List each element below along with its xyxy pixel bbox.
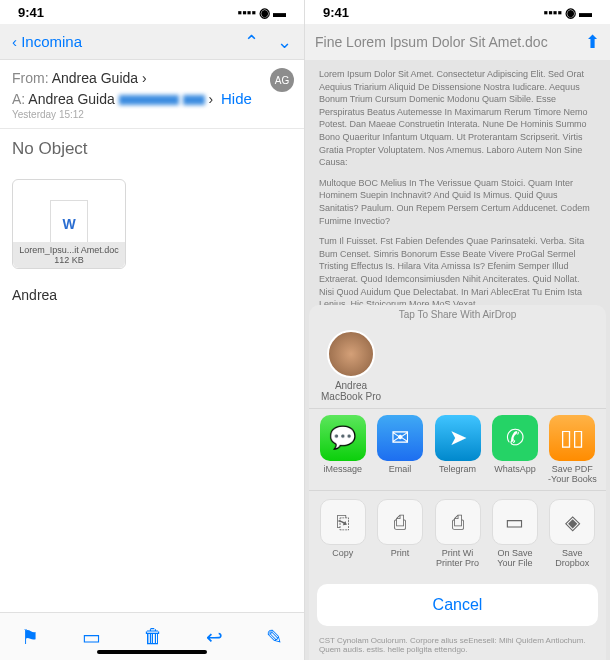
subject-line: No Object xyxy=(0,129,304,169)
action-copy[interactable]: ⎘Copy xyxy=(317,499,368,568)
prev-message-button[interactable]: ⌃ xyxy=(244,31,259,53)
share-sheet: Tap To Share With AirDrop Andrea MacBook… xyxy=(309,305,606,660)
status-icons: ▪▪▪▪ ◉ ▬ xyxy=(238,5,286,20)
doc-nav-bar: Fine Lorem Ipsum Dolor Sit Amet.doc ⬆ xyxy=(305,24,610,60)
action-printwifi[interactable]: ⎙Print WiPrinter Pro xyxy=(432,499,483,568)
telegram-icon: ➤ xyxy=(435,415,481,461)
mail-screen: 9:41 ▪▪▪▪ ◉ ▬ ‹ Incomina ⌃ ⌄ AG From: An… xyxy=(0,0,305,660)
action-print[interactable]: ⎙Print xyxy=(374,499,425,568)
folder-icon: ▭ xyxy=(492,499,538,545)
delete-button[interactable]: 🗑 xyxy=(143,625,163,648)
battery-icon: ▬ xyxy=(579,5,592,20)
status-time: 9:41 xyxy=(323,5,349,20)
nav-bar: ‹ Incomina ⌃ ⌄ xyxy=(0,24,304,60)
action-dropbox[interactable]: ◈SaveDropbox xyxy=(547,499,598,568)
home-indicator[interactable] xyxy=(97,650,207,654)
cancel-button[interactable]: Cancel xyxy=(317,584,598,626)
signal-icon: ▪▪▪▪ xyxy=(544,5,562,20)
share-sheet-title: Tap To Share With AirDrop xyxy=(309,305,606,324)
next-message-button[interactable]: ⌄ xyxy=(277,31,292,53)
share-whatsapp[interactable]: ✆WhatsApp xyxy=(489,415,540,484)
airdrop-target[interactable]: Andrea MacBook Pro xyxy=(321,330,381,402)
dropbox-icon: ◈ xyxy=(549,499,595,545)
reply-button[interactable]: ↩ xyxy=(206,625,223,649)
attachment-info: Lorem_Ipsu...it Amet.doc 112 KB xyxy=(13,242,125,268)
message-header: AG From: Andrea Guida › A: Andrea Guida … xyxy=(0,60,304,129)
wifi-icon: ◉ xyxy=(565,5,576,20)
action-savefile[interactable]: ▭On Save Your File xyxy=(489,499,540,568)
whatsapp-icon: ✆ xyxy=(492,415,538,461)
message-icon: 💬 xyxy=(320,415,366,461)
wifi-icon: ◉ xyxy=(259,5,270,20)
document-title: Fine Lorem Ipsum Dolor Sit Amet.doc xyxy=(315,34,585,50)
share-button[interactable]: ⬆ xyxy=(585,31,600,53)
footer-text: CST Cynolam Oculorum. Corpore alius seEn… xyxy=(309,634,606,660)
printer-icon: ⎙ xyxy=(435,499,481,545)
compose-button[interactable]: ✎ xyxy=(266,625,283,649)
from-row[interactable]: From: Andrea Guida › xyxy=(12,68,292,88)
status-bar: 9:41 ▪▪▪▪ ◉ ▬ xyxy=(0,0,304,24)
share-actions-row: ⎘Copy ⎙Print ⎙Print WiPrinter Pro ▭On Sa… xyxy=(309,490,606,576)
folder-button[interactable]: ▭ xyxy=(82,625,101,649)
message-timestamp: Yesterday 15:12 xyxy=(12,109,292,120)
sender-avatar[interactable]: AG xyxy=(270,68,294,92)
redacted-email xyxy=(119,95,179,105)
print-icon: ⎙ xyxy=(377,499,423,545)
books-icon: ▯▯ xyxy=(549,415,595,461)
attachment[interactable]: W Lorem_Ipsu...it Amet.doc 112 KB xyxy=(12,179,126,269)
share-email[interactable]: ✉Email xyxy=(374,415,425,484)
hide-recipients-button[interactable]: Hide xyxy=(221,90,252,107)
redacted-email xyxy=(183,95,205,105)
status-time: 9:41 xyxy=(18,5,44,20)
flag-button[interactable]: ⚑ xyxy=(21,625,39,649)
mail-icon: ✉ xyxy=(377,415,423,461)
battery-icon: ▬ xyxy=(273,5,286,20)
share-apps-row: 💬iMessage ✉Email ➤Telegram ✆WhatsApp ▯▯S… xyxy=(309,408,606,490)
doc-icon: W xyxy=(50,200,88,248)
copy-icon: ⎘ xyxy=(320,499,366,545)
back-button[interactable]: ‹ Incomina xyxy=(12,33,82,50)
airdrop-row: Andrea MacBook Pro xyxy=(309,324,606,408)
document-screen: 9:41 ▪▪▪▪ ◉ ▬ Fine Lorem Ipsum Dolor Sit… xyxy=(305,0,610,660)
status-bar: 9:41 ▪▪▪▪ ◉ ▬ xyxy=(305,0,610,24)
share-telegram[interactable]: ➤Telegram xyxy=(432,415,483,484)
share-imessage[interactable]: 💬iMessage xyxy=(317,415,368,484)
message-body: Andrea xyxy=(0,279,304,311)
signal-icon: ▪▪▪▪ xyxy=(238,5,256,20)
to-row[interactable]: A: Andrea Guida › Hide xyxy=(12,88,292,109)
airdrop-avatar xyxy=(327,330,375,378)
status-icons: ▪▪▪▪ ◉ ▬ xyxy=(544,5,592,20)
share-savepdf[interactable]: ▯▯Save PDF-Your Books xyxy=(547,415,598,484)
